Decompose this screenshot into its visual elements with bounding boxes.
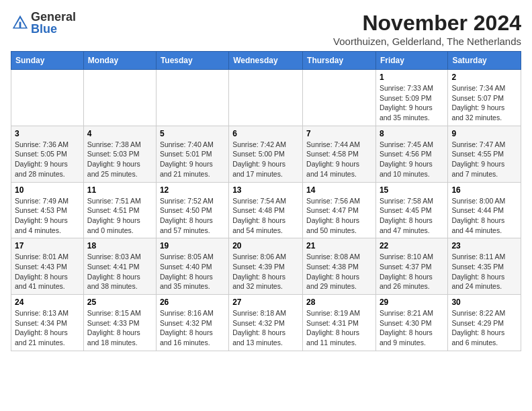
day-detail: Sunrise: 7:36 AM Sunset: 5:05 PM Dayligh… [15,140,80,179]
day-detail: Sunrise: 8:18 AM Sunset: 4:32 PM Dayligh… [232,308,299,348]
calendar-cell: 10Sunrise: 7:49 AM Sunset: 4:53 PM Dayli… [11,182,84,238]
logo: General Blue [11,11,76,35]
day-number: 23 [451,241,517,250]
calendar-cell: 8Sunrise: 7:45 AM Sunset: 4:56 PM Daylig… [375,126,447,182]
calendar-cell: 9Sunrise: 7:47 AM Sunset: 4:55 PM Daylig… [448,126,521,182]
day-number: 8 [380,129,444,138]
calendar-cell [156,70,228,126]
day-detail: Sunrise: 7:40 AM Sunset: 5:01 PM Dayligh… [160,140,225,179]
calendar-cell: 15Sunrise: 7:58 AM Sunset: 4:45 PM Dayli… [375,182,447,238]
day-detail: Sunrise: 7:44 AM Sunset: 4:58 PM Dayligh… [306,140,372,179]
logo-icon [11,13,30,32]
calendar-header-saturday: Saturday [448,52,521,70]
calendar-cell: 23Sunrise: 8:11 AM Sunset: 4:35 PM Dayli… [448,238,521,295]
day-detail: Sunrise: 7:42 AM Sunset: 5:00 PM Dayligh… [232,140,299,179]
calendar-cell: 6Sunrise: 7:42 AM Sunset: 5:00 PM Daylig… [229,126,303,182]
calendar-cell: 19Sunrise: 8:05 AM Sunset: 4:40 PM Dayli… [156,238,228,295]
day-number: 30 [451,298,517,307]
day-detail: Sunrise: 8:00 AM Sunset: 4:44 PM Dayligh… [451,196,517,236]
calendar-cell: 5Sunrise: 7:40 AM Sunset: 5:01 PM Daylig… [156,126,228,182]
day-number: 5 [160,129,225,138]
calendar-cell: 1Sunrise: 7:33 AM Sunset: 5:09 PM Daylig… [375,70,447,126]
day-detail: Sunrise: 8:10 AM Sunset: 4:37 PM Dayligh… [380,252,444,291]
day-detail: Sunrise: 7:52 AM Sunset: 4:50 PM Dayligh… [160,196,225,236]
calendar-header-wednesday: Wednesday [229,52,303,70]
logo-blue-text: Blue [31,23,76,35]
day-detail: Sunrise: 7:51 AM Sunset: 4:51 PM Dayligh… [87,196,152,236]
day-number: 16 [451,185,517,195]
day-number: 20 [232,241,299,250]
calendar-header-monday: Monday [83,52,156,70]
calendar-cell: 25Sunrise: 8:15 AM Sunset: 4:33 PM Dayli… [83,295,156,351]
day-number: 7 [306,129,372,138]
calendar-cell: 30Sunrise: 8:22 AM Sunset: 4:29 PM Dayli… [448,295,521,351]
calendar-cell: 21Sunrise: 8:08 AM Sunset: 4:38 PM Dayli… [303,238,376,295]
day-number: 1 [380,73,444,82]
calendar-header-sunday: Sunday [11,52,84,70]
day-detail: Sunrise: 7:49 AM Sunset: 4:53 PM Dayligh… [15,196,80,236]
calendar-cell: 4Sunrise: 7:38 AM Sunset: 5:03 PM Daylig… [83,126,156,182]
calendar-cell: 2Sunrise: 7:34 AM Sunset: 5:07 PM Daylig… [448,70,521,126]
calendar-week-row: 17Sunrise: 8:01 AM Sunset: 4:43 PM Dayli… [11,238,521,295]
day-detail: Sunrise: 8:08 AM Sunset: 4:38 PM Dayligh… [306,252,372,291]
title-block: November 2024 Voorthuizen, Gelderland, T… [333,11,521,47]
day-number: 25 [87,298,152,307]
main-title: November 2024 [333,11,521,36]
calendar-header-row: SundayMondayTuesdayWednesdayThursdayFrid… [11,52,521,70]
day-detail: Sunrise: 8:01 AM Sunset: 4:43 PM Dayligh… [15,252,80,291]
calendar-cell: 24Sunrise: 8:13 AM Sunset: 4:34 PM Dayli… [11,295,84,351]
day-number: 2 [451,73,517,82]
subtitle: Voorthuizen, Gelderland, The Netherlands [333,36,521,47]
calendar-header-thursday: Thursday [303,52,376,70]
calendar-cell [229,70,303,126]
day-number: 19 [160,241,225,250]
day-detail: Sunrise: 7:33 AM Sunset: 5:09 PM Dayligh… [380,83,444,123]
day-detail: Sunrise: 7:56 AM Sunset: 4:47 PM Dayligh… [306,196,372,236]
calendar-cell: 27Sunrise: 8:18 AM Sunset: 4:32 PM Dayli… [229,295,303,351]
calendar-header-tuesday: Tuesday [156,52,228,70]
day-detail: Sunrise: 8:13 AM Sunset: 4:34 PM Dayligh… [15,308,80,348]
day-detail: Sunrise: 7:47 AM Sunset: 4:55 PM Dayligh… [451,140,517,179]
day-number: 3 [15,129,80,138]
day-detail: Sunrise: 7:45 AM Sunset: 4:56 PM Dayligh… [380,140,444,179]
calendar-header-friday: Friday [375,52,447,70]
day-number: 28 [306,298,372,307]
day-detail: Sunrise: 8:06 AM Sunset: 4:39 PM Dayligh… [232,252,299,291]
day-number: 27 [232,298,299,307]
calendar-table: SundayMondayTuesdayWednesdayThursdayFrid… [11,51,521,351]
day-number: 26 [160,298,225,307]
day-detail: Sunrise: 7:54 AM Sunset: 4:48 PM Dayligh… [232,196,299,236]
calendar-week-row: 10Sunrise: 7:49 AM Sunset: 4:53 PM Dayli… [11,182,521,238]
day-detail: Sunrise: 8:05 AM Sunset: 4:40 PM Dayligh… [160,252,225,291]
calendar-cell: 18Sunrise: 8:03 AM Sunset: 4:41 PM Dayli… [83,238,156,295]
calendar-cell: 22Sunrise: 8:10 AM Sunset: 4:37 PM Dayli… [375,238,447,295]
day-number: 24 [15,298,80,307]
calendar-cell: 29Sunrise: 8:21 AM Sunset: 4:30 PM Dayli… [375,295,447,351]
day-number: 29 [380,298,444,307]
day-number: 15 [380,185,444,195]
calendar-week-row: 3Sunrise: 7:36 AM Sunset: 5:05 PM Daylig… [11,126,521,182]
day-number: 10 [15,185,80,195]
calendar-cell: 7Sunrise: 7:44 AM Sunset: 4:58 PM Daylig… [303,126,376,182]
logo-general-text: General [31,11,76,23]
day-number: 4 [87,129,152,138]
day-number: 21 [306,241,372,250]
day-number: 17 [15,241,80,250]
calendar-cell: 12Sunrise: 7:52 AM Sunset: 4:50 PM Dayli… [156,182,228,238]
day-detail: Sunrise: 7:38 AM Sunset: 5:03 PM Dayligh… [87,140,152,179]
day-detail: Sunrise: 8:15 AM Sunset: 4:33 PM Dayligh… [87,308,152,348]
calendar-cell: 11Sunrise: 7:51 AM Sunset: 4:51 PM Dayli… [83,182,156,238]
calendar-cell: 14Sunrise: 7:56 AM Sunset: 4:47 PM Dayli… [303,182,376,238]
calendar-cell: 16Sunrise: 8:00 AM Sunset: 4:44 PM Dayli… [448,182,521,238]
day-detail: Sunrise: 8:11 AM Sunset: 4:35 PM Dayligh… [451,252,517,291]
calendar-cell: 17Sunrise: 8:01 AM Sunset: 4:43 PM Dayli… [11,238,84,295]
day-number: 22 [380,241,444,250]
day-number: 13 [232,185,299,195]
day-detail: Sunrise: 7:34 AM Sunset: 5:07 PM Dayligh… [451,83,517,123]
day-detail: Sunrise: 7:58 AM Sunset: 4:45 PM Dayligh… [380,196,444,236]
calendar-cell [83,70,156,126]
calendar-week-row: 24Sunrise: 8:13 AM Sunset: 4:34 PM Dayli… [11,295,521,351]
calendar-cell [303,70,376,126]
day-detail: Sunrise: 8:21 AM Sunset: 4:30 PM Dayligh… [380,308,444,348]
day-number: 9 [451,129,517,138]
